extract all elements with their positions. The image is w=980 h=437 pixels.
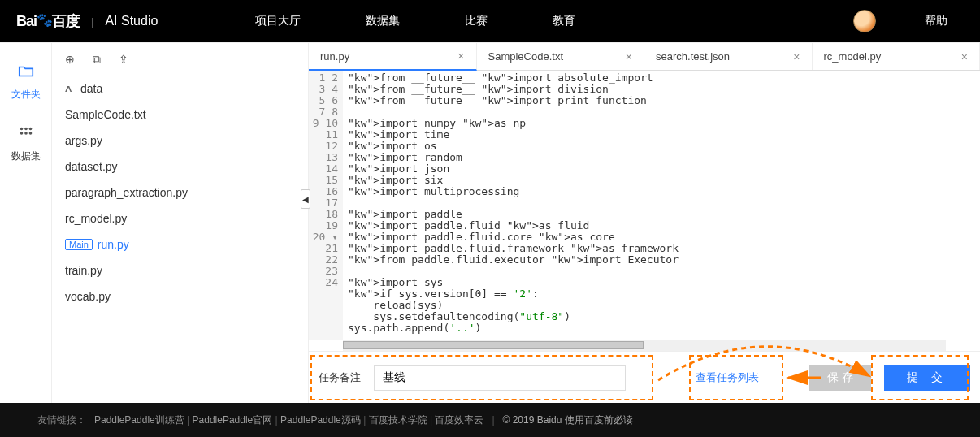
upload-icon[interactable]: ⇪ [119,53,128,66]
sidebar-files[interactable]: 文件夹 [11,63,41,102]
dataset-icon [17,124,35,145]
top-nav: 项目大厅数据集比赛教育 [255,14,575,28]
top-bar: Bai🐾百度 | AI Studio 项目大厅数据集比赛教育 帮助 [0,0,980,42]
footer-copyright: © 2019 Baidu 使用百度前必读 [503,413,633,427]
file-name: vocab.py [65,290,111,303]
svg-point-5 [28,132,32,135]
folder-row[interactable]: data [57,76,303,102]
file-name: paragraph_extraction.py [65,186,188,199]
close-icon[interactable]: × [626,50,632,63]
file-row[interactable]: Mainrun.py [57,231,303,257]
svg-point-1 [24,128,28,131]
file-row[interactable]: rc_model.py [57,206,303,231]
view-task-list-link[interactable]: 查看任务列表 [696,370,759,385]
file-row[interactable]: paragraph_extraction.py [57,180,303,206]
file-name: dataset.py [65,160,118,173]
close-icon[interactable]: × [457,50,464,63]
file-list: dataSampleCode.txtargs.pydataset.pyparag… [52,76,308,309]
nav-item[interactable]: 比赛 [465,14,488,28]
svg-point-3 [20,132,23,135]
file-name: train.py [65,264,102,277]
file-row[interactable]: dataset.py [57,154,303,180]
nav-item[interactable]: 教育 [553,14,575,28]
task-bar: 任务备注 查看任务列表 保 存 提 交 [309,351,980,403]
file-row[interactable]: train.py [57,257,303,283]
nav-item[interactable]: 数据集 [366,14,400,28]
tab-label: run.py [320,50,349,63]
file-name: run.py [98,238,129,251]
editor-tab[interactable]: rc_model.py× [813,43,981,70]
tab-label: rc_model.py [824,50,882,63]
main-badge: Main [65,239,93,250]
file-toolbar: ⊕ ⧉ ⇪ [52,43,308,76]
new-folder-icon[interactable]: ⧉ [93,53,101,67]
file-pane: ⊕ ⧉ ⇪ dataSampleCode.txtargs.pydataset.p… [52,43,309,403]
footer-label: 友情链接： [37,413,86,427]
file-name: SampleCode.txt [65,108,146,121]
horizontal-scrollbar[interactable] [343,340,946,351]
editor-tab[interactable]: run.py× [309,43,477,71]
logo-text: Bai🐾百度 [16,11,80,31]
logo[interactable]: Bai🐾百度 | AI Studio [16,11,158,31]
file-row[interactable]: SampleCode.txt [57,102,303,128]
file-row[interactable]: vocab.py [57,283,303,309]
submit-button[interactable]: 提 交 [884,365,970,391]
footer: 友情链接： PaddlePaddle训练营 | PaddlePaddle官网 |… [0,403,980,437]
sidebar-files-label: 文件夹 [11,88,41,102]
avatar[interactable] [853,10,876,32]
editor-pane: ◀ run.py×SampleCode.txt×search.test.json… [309,43,980,403]
tab-label: SampleCode.txt [488,50,564,63]
footer-link[interactable]: PaddlePaddle源码 [280,414,361,426]
sidebar-dataset-label: 数据集 [11,149,41,163]
footer-link[interactable]: 百度效率云 [435,414,483,426]
file-row[interactable]: args.py [57,128,303,154]
folder-icon [17,63,35,83]
file-name: args.py [65,134,102,147]
task-remark-input[interactable] [374,365,626,391]
code-content[interactable]: "kw">from __future__ "kw">import absolut… [343,71,980,340]
line-gutter: 1 2 3 4 5 6 7 8 9 10 11 12 13 14 15 16 1… [309,71,343,340]
main-area: 文件夹 数据集 ⊕ ⧉ ⇪ dataSampleCode.txtargs.pyd… [0,42,980,403]
svg-point-4 [24,132,28,135]
footer-link[interactable]: 百度技术学院 [369,414,427,426]
left-column: 文件夹 数据集 [0,43,52,403]
nav-item[interactable]: 项目大厅 [255,14,301,28]
file-name: rc_model.py [65,212,127,225]
editor-tab[interactable]: search.test.json× [644,43,813,70]
svg-point-2 [28,128,32,131]
editor-tab[interactable]: SampleCode.txt× [477,43,645,70]
tab-label: search.test.json [656,50,730,63]
paw-icon: 🐾 [37,13,52,27]
logo-separator: | [91,15,93,28]
editor-tabs: run.py×SampleCode.txt×search.test.json×r… [309,43,980,71]
close-icon[interactable]: × [793,50,800,63]
sidebar-dataset[interactable]: 数据集 [11,124,41,163]
collapse-handle[interactable]: ◀ [301,189,310,209]
new-file-icon[interactable]: ⊕ [65,53,75,66]
task-remark-label: 任务备注 [319,370,361,385]
logo-studio: AI Studio [105,14,158,28]
code-area[interactable]: 1 2 3 4 5 6 7 8 9 10 11 12 13 14 15 16 1… [309,71,980,340]
svg-point-0 [20,128,23,131]
save-button[interactable]: 保 存 [809,365,871,391]
footer-link[interactable]: PaddlePaddle训练营 [94,414,184,426]
footer-link[interactable]: PaddlePaddle官网 [193,414,273,426]
help-link[interactable]: 帮助 [925,14,947,28]
close-icon[interactable]: × [961,50,968,63]
